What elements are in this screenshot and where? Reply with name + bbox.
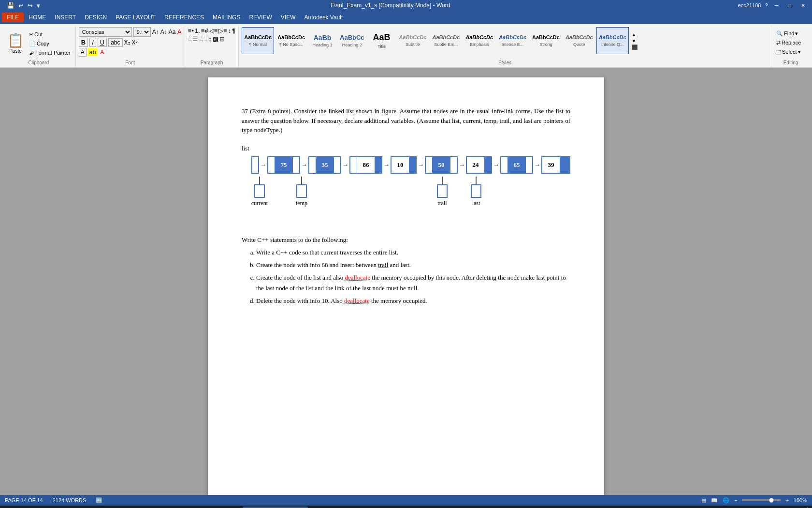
show-hide-btn[interactable]: ¶ — [232, 27, 235, 34]
text-effects-btn[interactable]: A — [79, 48, 87, 57]
font-name-select[interactable]: Consolas — [79, 27, 132, 37]
save-icon[interactable]: 💾 — [6, 1, 15, 10]
menu-mailings[interactable]: MAILINGS — [209, 13, 244, 22]
decrease-indent-btn[interactable]: ◁≡ — [209, 27, 218, 34]
node-39: 39 — [541, 156, 570, 174]
align-right-btn[interactable]: ≡ — [199, 35, 203, 43]
grow-font-btn[interactable]: A↑ — [152, 29, 159, 35]
node-50: 50 — [425, 156, 458, 174]
numbering-btn[interactable]: 1. — [195, 27, 200, 34]
copy-button[interactable]: 📄Copy — [27, 39, 72, 48]
style-intense-q[interactable]: AaBbCcDc Intense Q... — [596, 27, 629, 54]
styles-expand[interactable]: ⬛ — [632, 45, 638, 50]
menu-autodesk[interactable]: Autodesk Vault — [300, 13, 347, 22]
redo-icon[interactable]: ↪ — [27, 1, 34, 10]
style-heading2[interactable]: AaBbCc Heading 2 — [337, 27, 367, 54]
shrink-font-btn[interactable]: A↓ — [160, 29, 167, 35]
view-reading-mode[interactable]: 📖 — [711, 497, 718, 504]
bullets-btn[interactable]: ≡• — [188, 27, 194, 34]
change-case-btn[interactable]: Aa — [169, 29, 176, 35]
arrow-2: → — [341, 161, 349, 168]
ribbon-font-group: Consolas 9.5 A↑ A↓ Aa A B I U abc X₂ X² … — [76, 26, 185, 67]
shading-btn[interactable]: ▩ — [213, 35, 218, 43]
justify-btn[interactable]: ≡ — [204, 35, 208, 43]
current-label: current — [251, 200, 268, 207]
arrow-1: → — [300, 161, 308, 168]
status-right: ▤ 📖 🌐 − + 100% — [701, 497, 807, 504]
help-icon[interactable]: ? — [765, 2, 768, 8]
menu-references[interactable]: REFERENCES — [160, 13, 208, 22]
italic-btn[interactable]: I — [89, 38, 96, 47]
current-pointer: current — [251, 177, 268, 207]
menu-design[interactable]: DESIGN — [81, 13, 111, 22]
subscript-btn[interactable]: X₂ — [124, 39, 130, 46]
view-print-layout[interactable]: ▤ — [701, 497, 706, 504]
last-label: last — [472, 200, 480, 207]
menu-home[interactable]: HOME — [25, 13, 50, 22]
zoom-out-btn[interactable]: − — [734, 497, 737, 503]
document-wrapper: 37 (Extra 8 points). Consider the linked… — [0, 68, 812, 495]
word-count: 2124 WORDS — [53, 497, 87, 503]
task-c: Create the node of the list and also dea… — [256, 272, 570, 294]
style-no-spacing[interactable]: AaBbCcDc ¶ No Spac... — [275, 27, 307, 54]
style-intense-em[interactable]: AaBbCcDc Intense E... — [496, 27, 529, 54]
borders-btn[interactable]: ⊞ — [219, 35, 225, 43]
document-page[interactable]: 37 (Extra 8 points). Consider the linked… — [208, 77, 604, 495]
menu-file[interactable]: FILE — [2, 13, 24, 22]
find-button[interactable]: 🔍Find▾ — [774, 29, 803, 38]
styles-scroll-up[interactable]: ▲ — [632, 32, 638, 37]
last-pointer: last — [471, 177, 481, 207]
bold-btn[interactable]: B — [79, 38, 88, 47]
underline-btn[interactable]: U — [98, 38, 107, 47]
node-35: 35 — [308, 156, 341, 174]
arrow-7: → — [533, 161, 541, 168]
strikethrough-btn[interactable]: abc — [108, 38, 122, 47]
maximize-btn[interactable]: □ — [785, 2, 794, 8]
align-center-btn[interactable]: ☰ — [192, 35, 198, 43]
page-count: PAGE 14 OF 14 — [5, 497, 43, 503]
style-heading1[interactable]: AaBb Heading 1 — [308, 27, 336, 54]
title-bar: 💾 ↩ ↪ ▾ FianI_Exam_v1_s [Compatibility M… — [0, 0, 812, 11]
highlight-btn[interactable]: ab — [88, 48, 97, 56]
cut-button[interactable]: ✂Cut — [27, 30, 72, 39]
font-size-select[interactable]: 9.5 — [133, 27, 151, 37]
format-painter-button[interactable]: 🖌Format Painter — [27, 48, 72, 57]
menu-review[interactable]: REVIEW — [245, 13, 276, 22]
zoom-slider[interactable] — [742, 499, 781, 501]
node-24: 24 — [466, 156, 492, 174]
multilevel-btn[interactable]: ≡# — [201, 27, 208, 34]
select-button[interactable]: ⬚Select▾ — [774, 47, 803, 56]
style-title[interactable]: AaB Title — [368, 27, 396, 54]
quick-access-toolbar[interactable]: 💾 ↩ ↪ ▾ — [4, 1, 43, 10]
menu-view[interactable]: VIEW — [277, 13, 300, 22]
menu-bar: FILE HOME INSERT DESIGN PAGE LAYOUT REFE… — [0, 11, 812, 24]
customize-icon[interactable]: ▾ — [36, 1, 41, 10]
lang-icon: 🔤 — [96, 497, 102, 504]
sort-btn[interactable]: ↕ — [228, 27, 232, 34]
minimize-btn[interactable]: ─ — [772, 2, 782, 8]
superscript-btn[interactable]: X² — [132, 39, 138, 46]
ribbon-editing-group: 🔍Find▾ ⇄Replace ⬚Select▾ Editing — [771, 26, 810, 67]
menu-page-layout[interactable]: PAGE LAYOUT — [112, 13, 160, 22]
undo-icon[interactable]: ↩ — [17, 1, 25, 10]
paste-button[interactable]: 📋 Paste — [5, 30, 26, 57]
font-color-btn[interactable]: A — [99, 48, 105, 56]
style-subtitle[interactable]: AaBbCcDc Subtitle — [397, 27, 429, 54]
close-btn[interactable]: ✕ — [798, 2, 808, 9]
increase-indent-btn[interactable]: ▷≡ — [218, 27, 227, 34]
styles-scroll-down[interactable]: ▼ — [632, 38, 638, 44]
view-web-layout[interactable]: 🌐 — [723, 497, 729, 504]
question-text: 37 (Extra 8 points). Consider the linked… — [242, 106, 570, 135]
zoom-in-btn[interactable]: + — [785, 497, 788, 503]
align-left-btn[interactable]: ≡ — [188, 35, 192, 43]
replace-button[interactable]: ⇄Replace — [774, 38, 803, 47]
style-quote[interactable]: AaBbCcDc Quote — [563, 27, 595, 54]
style-emphasis[interactable]: AaBbCcDc Emphasis — [463, 27, 495, 54]
style-normal[interactable]: AaBbCcDc ¶ Normal — [242, 27, 274, 54]
style-strong[interactable]: AaBbCcDc Strong — [530, 27, 562, 54]
line-spacing-btn[interactable]: ↕ — [209, 35, 212, 43]
clear-format-btn[interactable]: A — [177, 28, 181, 36]
style-subtle-em[interactable]: AaBbCcDc Subtle Em... — [430, 27, 462, 54]
menu-insert[interactable]: INSERT — [51, 13, 80, 22]
node-86: 86 — [349, 156, 382, 174]
